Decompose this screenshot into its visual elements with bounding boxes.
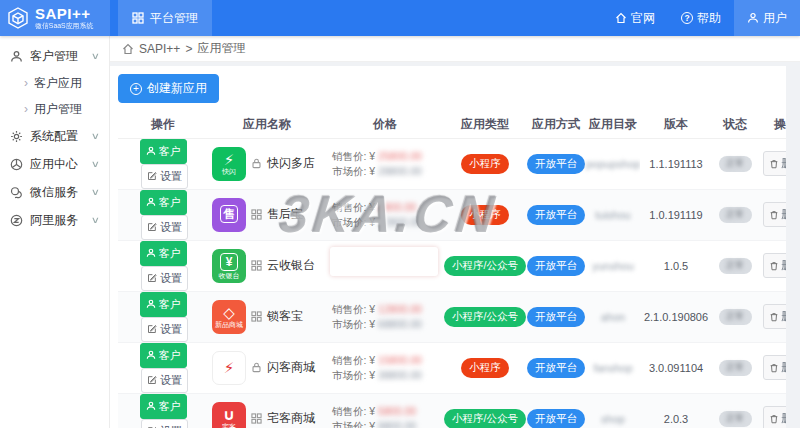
wechat-icon <box>10 186 23 199</box>
col-header-price: 价格 <box>326 112 444 138</box>
app-version: 1.0.191119 <box>649 209 702 221</box>
status-label: 正常 <box>726 361 744 374</box>
table-row: 客户 设置 售 售后宝 销售价: ¥ 6800. <box>118 189 786 240</box>
plus-circle-icon: + <box>130 83 142 95</box>
price-cell: 销售价: ¥ 6800.00 市场价: ¥ 12800.00 <box>326 189 444 240</box>
app-type-pill: 小程序 <box>461 154 509 174</box>
topbar-link-user[interactable]: 用户 <box>734 0 800 36</box>
create-app-button[interactable]: + 创建新应用 <box>118 74 219 103</box>
delete-button-label: 删除 <box>782 258 787 273</box>
sidebar-item-customer-management[interactable]: 客户管理 ∨ <box>0 42 109 70</box>
customer-button[interactable]: 客户 <box>140 190 187 215</box>
sale-price-value: 25800.00 <box>378 150 422 162</box>
status-badge[interactable]: 正常 <box>719 360 752 376</box>
app-name: 快闪多店 <box>267 155 315 172</box>
market-price-label: 市场价: ¥ <box>332 216 375 228</box>
status-badge[interactable]: 正常 <box>719 411 752 427</box>
sidebar-item-ali-services[interactable]: 阿里服务 ∨ <box>0 206 109 234</box>
delete-button[interactable]: 删除 <box>763 202 787 227</box>
market-price-value: 12800.00 <box>378 216 422 228</box>
settings-button[interactable]: 设置 <box>141 368 188 393</box>
topbar-link-site[interactable]: 官网 <box>602 0 668 36</box>
trash-icon <box>769 261 779 271</box>
app-version: 2.1.0.190806 <box>644 311 708 323</box>
settings-button-label: 设置 <box>160 322 182 337</box>
home-icon <box>122 43 134 55</box>
delete-button[interactable]: 删除 <box>763 406 787 428</box>
market-price-label: 市场价: ¥ <box>332 369 375 381</box>
customer-button-label: 客户 <box>159 297 181 312</box>
sale-price-value: 6800.00 <box>378 201 416 213</box>
customer-button[interactable]: 客户 <box>140 241 187 266</box>
sidebar-item-wechat-services[interactable]: 微信服务 ∨ <box>0 178 109 206</box>
customer-button-label: 客户 <box>159 246 181 261</box>
price-cell: 销售价: ¥ 25800.00 市场价: ¥ 28800.00 <box>326 138 444 189</box>
delete-button-label: 删除 <box>782 309 787 324</box>
topbar-link-help[interactable]: ? 帮助 <box>668 0 734 36</box>
delete-button[interactable]: 删除 <box>763 151 787 176</box>
col-header-app-dir: 应用目录 <box>586 112 640 138</box>
app-name: 宅客商城 <box>267 410 315 427</box>
help-link-label: 帮助 <box>697 10 721 27</box>
tab-platform-management[interactable]: 平台管理 <box>118 0 212 36</box>
app-method-pill: 开放平台 <box>527 256 585 276</box>
market-price-value: 38800.00 <box>378 369 422 381</box>
sidebar-item-label: 系统配置 <box>30 128 85 145</box>
settings-button-label: 设置 <box>160 220 182 235</box>
settings-button[interactable]: 设置 <box>141 317 188 342</box>
user-icon <box>747 12 759 24</box>
grid-icon <box>251 209 262 220</box>
settings-button-label: 设置 <box>160 424 182 428</box>
customer-button[interactable]: 客户 <box>140 292 187 317</box>
chevron-down-icon: ∨ <box>91 51 100 61</box>
delete-button[interactable]: 删除 <box>763 253 787 278</box>
app-name: 闪客商城 <box>267 359 315 376</box>
status-badge[interactable]: 正常 <box>719 156 752 172</box>
col-header-operations: 操作 <box>758 112 786 138</box>
status-badge[interactable]: 正常 <box>719 258 752 274</box>
app-type-pill: 小程序/公众号 <box>444 307 526 327</box>
status-badge[interactable]: 正常 <box>719 207 752 223</box>
sidebar-item-app-center[interactable]: 应用中心 ∨ <box>0 150 109 178</box>
delete-button[interactable]: 删除 <box>763 355 787 380</box>
app-type-pill: 小程序/公众号 <box>444 256 526 276</box>
settings-button[interactable]: 设置 <box>141 266 188 291</box>
app-tile-glyph: ¥ <box>220 253 238 271</box>
breadcrumb-root[interactable]: SAPI++ <box>139 42 180 56</box>
trash-icon <box>769 312 779 322</box>
settings-button-label: 设置 <box>160 373 182 388</box>
settings-button[interactable]: 设置 <box>141 215 188 240</box>
edit-icon <box>147 375 157 385</box>
site-link-label: 官网 <box>631 10 655 27</box>
market-price-value: 9800.00 <box>378 420 416 428</box>
app-method-pill: 开放平台 <box>527 358 585 378</box>
logo-title: SAPI++ <box>35 6 98 22</box>
customer-button[interactable]: 客户 <box>140 394 187 419</box>
sidebar-item-user-management[interactable]: › 用户管理 <box>0 96 109 122</box>
settings-button[interactable]: 设置 <box>141 164 188 189</box>
customer-button[interactable]: 客户 <box>140 139 187 164</box>
settings-button[interactable]: 设置 <box>141 419 188 428</box>
breadcrumb-separator: > <box>185 42 192 56</box>
status-label: 正常 <box>726 412 744 425</box>
status-label: 正常 <box>726 310 744 323</box>
status-badge[interactable]: 正常 <box>719 309 752 325</box>
grid-icon <box>251 413 262 424</box>
sidebar-item-system-config[interactable]: 系统配置 ∨ <box>0 122 109 150</box>
sidebar-item-customer-apps[interactable]: › 客户应用 <box>0 70 109 96</box>
sidebar-item-label: 客户管理 <box>30 48 85 65</box>
breadcrumb-current: 应用管理 <box>197 40 245 57</box>
user-icon <box>10 50 23 63</box>
price-cell: 销售价: ¥ 12800.00 市场价: ¥ 68800.00 <box>326 291 444 342</box>
app-table-body: 客户 设置 ⚡ 快闪 快闪多店 销售价: ¥ 25 <box>118 138 786 428</box>
apps-icon <box>10 158 23 171</box>
app-table: 操作 应用名称 价格 应用类型 应用方式 应用目录 版本 状态 操作 客户 设置 <box>118 112 786 428</box>
col-header-actions: 操作 <box>118 112 208 138</box>
app-method-pill: 开放平台 <box>527 205 585 225</box>
app-name: 云收银台 <box>267 257 315 274</box>
price-cell: 销售价: ¥ 市场价: ¥ <box>326 240 444 291</box>
delete-button[interactable]: 删除 <box>763 304 787 329</box>
customer-button[interactable]: 客户 <box>140 343 187 368</box>
customer-button-label: 客户 <box>159 144 181 159</box>
app-directory: fanshop <box>593 362 632 374</box>
